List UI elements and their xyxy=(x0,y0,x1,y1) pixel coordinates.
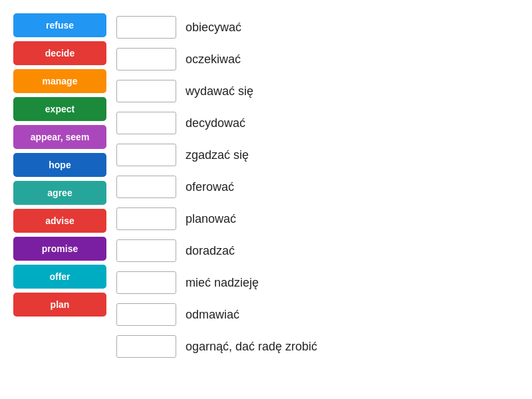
match-row: obiecywać xyxy=(116,13,519,41)
word-btn-plan[interactable]: plan xyxy=(13,293,106,317)
polish-word: oczekiwać xyxy=(186,53,241,66)
match-row: zgadzać się xyxy=(116,141,519,169)
polish-word: ogarnąć, dać radę zrobić xyxy=(186,340,317,354)
word-btn-hope[interactable]: hope xyxy=(13,153,106,177)
match-row: decydować xyxy=(116,109,519,137)
match-row: oferować xyxy=(116,173,519,201)
answer-box[interactable] xyxy=(116,303,176,326)
answer-box[interactable] xyxy=(116,176,176,198)
word-btn-offer[interactable]: offer xyxy=(13,265,106,289)
answer-box[interactable] xyxy=(116,207,176,230)
polish-word: planować xyxy=(186,212,236,226)
polish-word: obiecywać xyxy=(186,21,241,35)
word-btn-expect[interactable]: expect xyxy=(13,97,106,121)
definition-list: obiecywaćoczekiwaćwydawać siędecydowaćzg… xyxy=(116,13,519,360)
answer-box[interactable] xyxy=(116,16,176,39)
answer-box[interactable] xyxy=(116,239,176,262)
polish-word: odmawiać xyxy=(186,308,239,322)
answer-box[interactable] xyxy=(116,48,176,70)
match-row: mieć nadzieję xyxy=(116,269,519,297)
match-row: doradzać xyxy=(116,237,519,265)
polish-word: mieć nadzieję xyxy=(186,276,259,290)
answer-box[interactable] xyxy=(116,80,176,102)
word-btn-manage[interactable]: manage xyxy=(13,69,106,93)
word-btn-agree[interactable]: agree xyxy=(13,181,106,205)
match-row: ogarnąć, dać radę zrobić xyxy=(116,332,519,360)
answer-box[interactable] xyxy=(116,335,176,358)
match-row: planować xyxy=(116,205,519,233)
answer-box[interactable] xyxy=(116,112,176,134)
answer-box[interactable] xyxy=(116,271,176,294)
polish-word: doradzać xyxy=(186,244,235,258)
polish-word: wydawać się xyxy=(186,84,253,98)
word-list: refusedecidemanageexpectappear, seemhope… xyxy=(13,13,116,317)
match-row: odmawiać xyxy=(116,301,519,329)
match-row: oczekiwać xyxy=(116,45,519,73)
word-btn-refuse[interactable]: refuse xyxy=(13,13,106,37)
match-row: wydawać się xyxy=(116,77,519,105)
word-btn-advise[interactable]: advise xyxy=(13,209,106,233)
word-btn-decide[interactable]: decide xyxy=(13,41,106,65)
polish-word: zgadzać się xyxy=(186,148,249,162)
word-btn-promise[interactable]: promise xyxy=(13,237,106,261)
answer-box[interactable] xyxy=(116,144,176,166)
main-container: refusedecidemanageexpectappear, seemhope… xyxy=(13,13,519,360)
word-btn-appear-seem[interactable]: appear, seem xyxy=(13,125,106,149)
polish-word: oferować xyxy=(186,180,234,194)
polish-word: decydować xyxy=(186,116,245,130)
